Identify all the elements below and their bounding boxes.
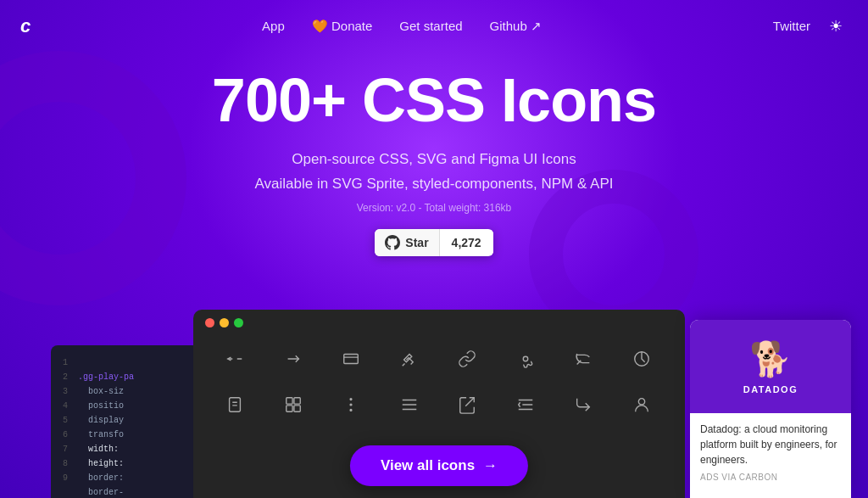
icon-cell: [614, 382, 670, 428]
icon-cell: [555, 382, 611, 428]
icon-cell: [555, 336, 611, 382]
icons-panel: View all icons →: [193, 310, 685, 498]
svg-rect-12: [286, 406, 292, 411]
hero-subtitle-line2: Available in SVG Sprite, styled-componen…: [0, 172, 868, 197]
nav-get-started[interactable]: Get started: [399, 19, 462, 33]
github-star-button[interactable]: Star 4,272: [375, 229, 492, 256]
icon-cell: [207, 382, 263, 428]
datadog-icon: 🐕: [749, 339, 792, 379]
svg-point-15: [350, 404, 352, 406]
hero-title: 700+ CSS Icons: [0, 67, 868, 134]
view-all-label: View all icons: [381, 457, 475, 474]
logo[interactable]: c: [20, 15, 31, 37]
svg-point-5: [523, 356, 528, 361]
star-count: 4,272: [440, 230, 493, 255]
line-numbers: 123456789: [51, 345, 75, 498]
icon-cell: [381, 382, 437, 428]
hero-version: Version: v2.0 - Total weight: 316kb: [0, 202, 868, 214]
icon-cell: [381, 336, 437, 382]
svg-rect-11: [293, 398, 299, 404]
ad-card[interactable]: 🐕 DATADOG Datadog: a cloud monitoring pl…: [690, 320, 851, 498]
svg-point-16: [350, 410, 352, 411]
code-content: .gg-play-pa box-siz positio display tran…: [75, 345, 137, 498]
star-btn-label: Star: [375, 229, 439, 256]
navbar: c App 🧡 Donate Get started Github ↗ Twit…: [0, 0, 868, 52]
ad-card-body: Datadog: a cloud monitoring platform bui…: [690, 413, 851, 490]
icon-cell: [498, 336, 554, 382]
icon-cell: [207, 336, 263, 382]
nav-links: App 🧡 Donate Get started Github ↗: [262, 19, 542, 34]
icon-cell: [439, 382, 495, 428]
ad-brand: DATADOG: [743, 384, 798, 394]
icon-cell: [498, 382, 554, 428]
nav-donate[interactable]: 🧡 Donate: [312, 19, 373, 34]
svg-rect-10: [286, 398, 292, 404]
svg-point-14: [350, 399, 352, 400]
nav-github[interactable]: Github ↗: [490, 19, 542, 34]
arrow-icon: →: [483, 457, 498, 474]
nav-twitter[interactable]: Twitter: [773, 19, 810, 33]
icon-cell: [265, 382, 321, 428]
ad-via: ADS VIA CARBON: [700, 473, 841, 482]
dot-yellow: [220, 318, 229, 327]
svg-rect-13: [293, 406, 299, 411]
view-all-icons-button[interactable]: View all icons →: [350, 445, 528, 486]
nav-right: Twitter ☀: [773, 14, 848, 38]
dot-green: [234, 318, 243, 327]
nav-app[interactable]: App: [262, 19, 285, 33]
icon-cell: [439, 336, 495, 382]
ad-text: Datadog: a cloud monitoring platform bui…: [700, 422, 841, 467]
icon-cell: [265, 336, 321, 382]
github-icon: [385, 235, 400, 250]
bottom-section: 123456789 .gg-play-pa box-siz positio di…: [0, 303, 868, 498]
hero-subtitle-line1: Open-source CSS, SVG and Figma UI Icons: [0, 148, 868, 172]
dot-red: [205, 318, 214, 327]
icon-cell: [323, 336, 379, 382]
svg-point-23: [638, 399, 644, 405]
ad-card-header: 🐕 DATADOG: [690, 320, 851, 413]
svg-rect-3: [344, 355, 359, 364]
svg-rect-7: [230, 398, 241, 412]
hero-section: 700+ CSS Icons Open-source CSS, SVG and …: [0, 52, 868, 256]
icon-cell: [323, 382, 379, 428]
icons-grid: [193, 336, 685, 428]
icon-cell: [614, 336, 670, 382]
panel-dots: [193, 310, 685, 336]
theme-toggle-button[interactable]: ☀: [824, 14, 848, 38]
star-label: Star: [405, 236, 428, 249]
